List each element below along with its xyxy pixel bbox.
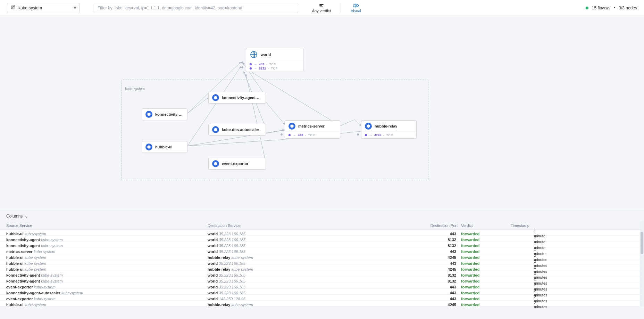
edge-endpoint [357, 133, 359, 136]
node-world[interactable]: world →443·TCP →8132·TCP [246, 48, 303, 72]
namespace-selector[interactable]: kube-system ▾ [7, 3, 80, 13]
flows-rate: 15 flows/s [592, 6, 610, 10]
col-verdict[interactable]: Verdict [458, 223, 499, 228]
divider [341, 3, 341, 13]
svg-rect-3 [14, 8, 15, 9]
globe-icon [250, 50, 258, 59]
namespace-icon [11, 5, 16, 11]
k8s-icon [145, 144, 152, 150]
node-hubble-relay[interactable]: hubble-relay →4245·TCP [361, 120, 417, 139]
svg-marker-8 [214, 128, 217, 131]
svg-rect-1 [14, 6, 15, 7]
filter-input[interactable] [94, 3, 298, 13]
flows-table: Source Service Destination Service Desti… [0, 221, 644, 306]
svg-marker-9 [148, 145, 151, 149]
k8s-icon [212, 94, 219, 101]
flows-scrollbar[interactable] [640, 221, 644, 306]
node-label: konnectivity-agent-autosc... [222, 96, 262, 100]
view-controls: Any verdict Visual [312, 3, 361, 13]
node-metrics-server[interactable]: metrics-server →443·TCP [285, 120, 340, 139]
chevron-down-icon: ⌄ [25, 214, 28, 219]
graph-canvas[interactable]: kube-system world →443·TCP →8132·TCP kon… [0, 16, 644, 211]
top-bar: kube-system ▾ Any verdict Visual 15 flow… [0, 0, 644, 16]
port-row: →4245·TCP [365, 133, 413, 137]
eye-icon [353, 3, 359, 8]
node-label: konnectivity-agent [155, 112, 184, 116]
any-verdict-label: Any verdict [312, 9, 331, 13]
node-label: hubble-relay [375, 124, 397, 128]
port-row: →443·TCP [250, 63, 300, 66]
node-event-exporter[interactable]: event-exporter [208, 158, 266, 170]
svg-marker-6 [148, 113, 151, 116]
k8s-icon [145, 111, 152, 118]
k8s-icon [212, 126, 219, 133]
svg-marker-12 [367, 124, 370, 128]
namespace-name: kube-system [18, 6, 42, 10]
svg-marker-11 [291, 124, 294, 128]
table-row[interactable]: konnectivity-agent kube-systemworld 35.2… [0, 236, 644, 242]
edge-endpoint [241, 66, 243, 68]
edge-endpoint [281, 133, 283, 136]
table-row[interactable]: metrics-server kube-systemworld 35.223.1… [0, 247, 644, 253]
edge-endpoint [241, 62, 243, 64]
svg-marker-10 [214, 162, 217, 165]
status-right: 15 flows/s • 3/3 nodes [586, 6, 637, 10]
nodes-status: 3/3 nodes [619, 6, 637, 10]
any-verdict-toggle[interactable]: Any verdict [312, 3, 331, 13]
node-hubble-ui[interactable]: hubble-ui [142, 141, 187, 153]
col-timestamp[interactable]: Timestamp [499, 223, 541, 228]
port-row: →443·TCP [288, 133, 336, 137]
col-destination[interactable]: Destination Service [208, 223, 423, 228]
node-label: world [261, 52, 271, 57]
columns-label: Columns [6, 214, 23, 219]
k8s-icon [212, 160, 219, 167]
visual-toggle[interactable]: Visual [351, 3, 361, 13]
flows-panel: Columns ⌄ Source Service Destination Ser… [0, 211, 644, 306]
svg-rect-2 [11, 8, 13, 9]
col-source[interactable]: Source Service [6, 223, 208, 228]
chevron-down-icon: ▾ [74, 6, 76, 10]
node-label: event-exporter [222, 162, 248, 166]
node-konnectivity-agent-autoscaler[interactable]: konnectivity-agent-autosc... [208, 92, 266, 104]
flows-header: Source Service Destination Service Desti… [0, 221, 644, 230]
k8s-icon [365, 123, 372, 130]
separator: • [614, 6, 615, 10]
svg-marker-7 [214, 96, 217, 99]
scrollbar-thumb[interactable] [641, 232, 643, 254]
columns-toggle[interactable]: Columns ⌄ [0, 211, 644, 221]
status-dot-icon [586, 7, 588, 9]
svg-point-4 [355, 5, 357, 6]
node-kube-dns-autoscaler[interactable]: kube-dns-autoscaler [208, 124, 266, 136]
verdict-icon [318, 3, 325, 8]
table-row[interactable]: konnectivity-agent kube-systemworld 35.2… [0, 242, 644, 247]
table-row[interactable]: hubble-ui kube-systemworld 35.223.166.18… [0, 230, 644, 236]
port-row: →8132·TCP [250, 67, 300, 70]
col-port[interactable]: Destination Port [423, 223, 458, 228]
namespace-label: kube-system [125, 87, 145, 91]
node-label: hubble-ui [155, 145, 173, 149]
k8s-icon [288, 123, 295, 130]
svg-rect-0 [11, 6, 13, 7]
node-konnectivity-agent[interactable]: konnectivity-agent [142, 108, 187, 120]
node-label: kube-dns-autoscaler [222, 128, 259, 132]
table-row[interactable]: hubble-ui kube-systemhubble-relay kube-s… [0, 253, 644, 259]
node-label: metrics-server [298, 124, 325, 128]
visual-label: Visual [351, 9, 361, 13]
